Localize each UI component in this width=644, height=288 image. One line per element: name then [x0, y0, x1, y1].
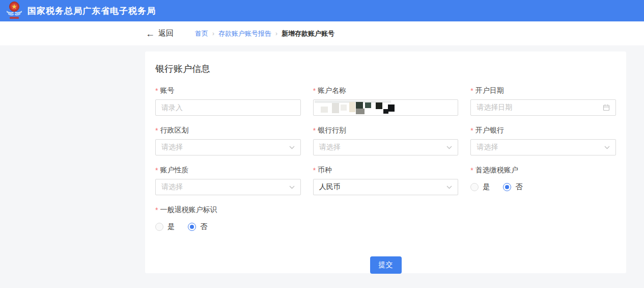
required-asterisk: *	[155, 206, 158, 214]
general-refund-radio-yes[interactable]: 是	[155, 222, 175, 231]
open-date-picker[interactable]: 请选择日期	[470, 99, 616, 116]
app-header: 国家税务总局广东省电子税务局	[0, 0, 644, 21]
required-asterisk: *	[155, 166, 158, 174]
redaction-block	[356, 109, 365, 114]
field-admin-region: * 行政区划 请选择	[155, 126, 301, 155]
select-placeholder: 请选择	[477, 143, 498, 152]
preferred-tax-account-radio-no[interactable]: 否	[503, 182, 522, 192]
account-number-label: 账号	[160, 86, 174, 95]
currency-label: 币种	[318, 166, 332, 175]
redaction-block	[349, 102, 355, 112]
bank-account-form-card: 银行账户信息 * 账号 * 账户名称	[145, 51, 626, 273]
radio-unchecked-icon	[155, 223, 163, 231]
breadcrumb-item-home[interactable]: 首页	[195, 29, 208, 38]
radio-checked-icon	[503, 183, 511, 191]
opening-bank-select[interactable]: 请选择	[470, 139, 616, 155]
field-account-nature: * 账户性质 请选择	[155, 166, 301, 195]
chevron-down-icon	[446, 186, 452, 189]
chevron-down-icon	[289, 186, 295, 189]
field-account-name: * 账户名称	[313, 86, 459, 116]
account-nature-label: 账户性质	[160, 166, 188, 175]
general-refund-account-radio-group: 是 否	[155, 219, 301, 235]
required-asterisk: *	[313, 126, 316, 135]
opening-bank-label: 开户银行	[475, 126, 504, 135]
currency-select[interactable]: 人民币	[313, 179, 459, 195]
field-currency: * 币种 人民币	[313, 166, 459, 195]
breadcrumb: 首页 › 存款账户账号报告 › 新增存款账户账号	[195, 29, 334, 38]
date-placeholder: 请选择日期	[477, 103, 512, 112]
chevron-down-icon	[289, 146, 295, 149]
app-title: 国家税务总局广东省电子税务局	[27, 5, 156, 17]
redaction-block	[388, 104, 395, 112]
breadcrumb-separator: ›	[275, 30, 277, 37]
currency-value: 人民币	[319, 182, 341, 192]
page-body: 银行账户信息 * 账号 * 账户名称	[0, 45, 644, 273]
select-placeholder: 请选择	[161, 143, 183, 152]
bank-category-label: 银行行别	[318, 126, 346, 135]
bank-category-select[interactable]: 请选择	[313, 139, 459, 155]
redaction-block	[365, 102, 371, 108]
field-general-refund-account-flag: * 一般退税账户标识 是 否	[155, 205, 301, 235]
radio-label-yes: 是	[167, 222, 175, 231]
field-opening-bank: * 开户银行 请选择	[470, 126, 616, 155]
radio-label-no: 否	[200, 222, 207, 231]
breadcrumb-bar: ← 返回 首页 › 存款账户账号报告 › 新增存款账户账号	[0, 21, 644, 45]
submit-row: 提交	[155, 256, 616, 274]
back-label: 返回	[158, 29, 174, 38]
select-placeholder: 请选择	[319, 143, 341, 152]
back-arrow-icon: ←	[146, 29, 155, 38]
breadcrumb-separator: ›	[212, 30, 214, 37]
account-name-input-redacted[interactable]	[313, 99, 459, 116]
breadcrumb-item-current: 新增存款账户账号	[282, 29, 334, 38]
account-name-label: 账户名称	[318, 86, 346, 95]
form-grid: * 账号 * 账户名称	[155, 86, 616, 235]
radio-checked-icon	[188, 223, 196, 231]
redaction-block	[356, 102, 363, 109]
radio-unchecked-icon	[470, 183, 479, 191]
calendar-icon	[603, 104, 610, 111]
preferred-tax-account-radio-yes[interactable]: 是	[470, 182, 490, 192]
field-bank-category: * 银行行别 请选择	[313, 126, 459, 155]
select-placeholder: 请选择	[161, 182, 183, 192]
required-asterisk: *	[313, 166, 316, 174]
chevron-down-icon	[446, 146, 452, 149]
emblem-icon	[6, 1, 23, 20]
radio-label-no: 否	[515, 182, 522, 192]
redaction-block	[341, 104, 347, 111]
redaction-block	[376, 102, 382, 109]
required-asterisk: *	[313, 87, 316, 95]
breadcrumb-item-deposit-account-report[interactable]: 存款账户账号报告	[218, 29, 271, 38]
required-asterisk: *	[155, 126, 158, 135]
form-title: 银行账户信息	[155, 63, 616, 75]
required-asterisk: *	[470, 87, 473, 95]
tax-bureau-emblem-logo	[4, 1, 24, 21]
open-date-label: 开户日期	[475, 86, 504, 95]
field-account-number: * 账号	[155, 86, 301, 116]
account-nature-select[interactable]: 请选择	[155, 179, 301, 195]
required-asterisk: *	[470, 126, 473, 135]
general-refund-radio-no[interactable]: 否	[188, 222, 207, 231]
redaction-block	[332, 103, 339, 113]
chevron-down-icon	[604, 146, 610, 149]
redaction-block	[321, 107, 328, 113]
required-asterisk: *	[155, 87, 158, 95]
radio-label-yes: 是	[483, 182, 490, 192]
required-asterisk: *	[470, 166, 473, 174]
preferred-tax-account-label: 首选缴税账户	[475, 166, 518, 175]
admin-region-label: 行政区划	[160, 126, 188, 135]
back-button[interactable]: ← 返回	[146, 29, 174, 38]
field-open-date: * 开户日期 请选择日期	[470, 86, 616, 116]
general-refund-account-flag-label: 一般退税账户标识	[160, 205, 217, 215]
submit-button[interactable]: 提交	[370, 256, 402, 274]
field-preferred-tax-account: * 首选缴税账户 是 否	[470, 166, 616, 195]
admin-region-select[interactable]: 请选择	[155, 139, 301, 155]
account-number-input[interactable]	[155, 99, 301, 116]
preferred-tax-account-radio-group: 是 否	[470, 179, 616, 195]
